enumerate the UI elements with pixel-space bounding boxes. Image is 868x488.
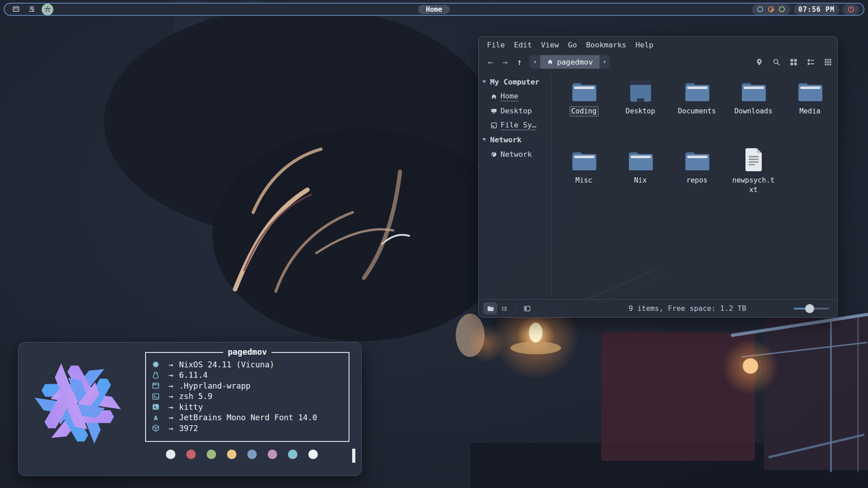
file-label[interactable]: Desktop xyxy=(624,106,657,117)
file-label[interactable]: Misc xyxy=(574,175,594,186)
tray-status-icon[interactable] xyxy=(778,5,786,13)
file-manager-window: FileEditViewGoBookmarksHelp ← → ↑ pagedm… xyxy=(478,36,838,318)
fastfetch-line: → .Hyprland-wrapp xyxy=(152,380,345,391)
arrow-glyph: → xyxy=(163,360,179,369)
sidebar-item-icon xyxy=(491,93,497,100)
file-label[interactable]: Coding xyxy=(570,106,599,117)
arrow-glyph: → xyxy=(163,403,179,412)
compact-view-icon[interactable] xyxy=(824,58,832,66)
file-icon[interactable] xyxy=(570,146,598,173)
palette-dot xyxy=(166,450,175,459)
expander-triangle-icon[interactable] xyxy=(482,138,486,141)
side-pane-icon xyxy=(524,305,531,312)
expander-triangle-icon[interactable] xyxy=(482,80,486,83)
file-icon[interactable] xyxy=(740,77,768,103)
menu-item[interactable]: Bookmarks xyxy=(586,41,626,49)
clock-pill: 07:56 PM xyxy=(794,4,839,15)
workspace-cluster xyxy=(10,4,53,15)
sidebar-item[interactable]: Network xyxy=(479,132,551,147)
terminal-window[interactable]: pagedmov → NixOS 24.11 (Vicuna) → 6.11.4… xyxy=(18,342,362,476)
back-button[interactable]: ← xyxy=(483,55,498,69)
tray-status-icon[interactable] xyxy=(756,5,764,13)
palette-dot xyxy=(288,450,297,459)
file-item[interactable]: Downloads xyxy=(726,77,781,146)
tray-status-icon[interactable] xyxy=(767,5,775,13)
location-pin-icon[interactable] xyxy=(755,58,763,66)
sidebar: My Computer Home Desktop File Sy… Ne xyxy=(479,75,551,299)
fm-content: My Computer Home Desktop File Sy… Ne xyxy=(479,72,837,299)
file-icon[interactable] xyxy=(796,77,824,103)
fastfetch-line: A → JetBrains Mono Nerd Font 14.0 xyxy=(152,413,345,423)
sidebar-item-label: Network xyxy=(500,150,532,159)
sidebar-item[interactable]: Desktop xyxy=(479,103,551,118)
workspace-indicator[interactable] xyxy=(42,4,53,15)
active-window-title: Home xyxy=(418,5,450,14)
up-button[interactable]: ↑ xyxy=(512,55,527,69)
svg-text:A: A xyxy=(154,414,158,422)
icon-view-icon[interactable] xyxy=(790,58,797,66)
sidebar-item-label: My Computer xyxy=(490,78,539,86)
palette-dot xyxy=(186,450,196,459)
file-label[interactable]: Media xyxy=(797,106,822,117)
fastfetch-line-value: kitty xyxy=(179,403,203,412)
sidebar-divider xyxy=(551,75,552,296)
zoom-slider-handle[interactable] xyxy=(805,304,814,313)
file-item[interactable]: repos xyxy=(670,146,724,216)
file-icon[interactable] xyxy=(627,146,655,173)
menu-item[interactable]: Edit xyxy=(514,41,532,49)
fastfetch-line-value: NixOS 24.11 (Vicuna) xyxy=(179,360,274,369)
breadcrumb-label: pagedmov xyxy=(557,58,593,66)
file-item[interactable]: Desktop xyxy=(613,77,668,146)
menu-item[interactable]: File xyxy=(487,41,505,49)
fastfetch-frame: pagedmov → NixOS 24.11 (Vicuna) → 6.11.4… xyxy=(145,352,349,442)
file-label[interactable]: repos xyxy=(684,175,709,186)
file-label[interactable]: newpsych.txt xyxy=(730,175,778,195)
list-view-icon[interactable] xyxy=(807,58,815,66)
file-item[interactable]: Misc xyxy=(557,146,611,216)
menu-item[interactable]: Go xyxy=(568,41,577,49)
fastfetch-line-icon xyxy=(152,403,163,411)
sidebar-item-label: File Sy… xyxy=(500,121,536,130)
path-scroll-right-icon[interactable] xyxy=(599,55,610,69)
file-item[interactable]: Documents xyxy=(670,77,724,146)
file-label[interactable]: Downloads xyxy=(733,106,774,117)
file-icon[interactable] xyxy=(743,146,764,173)
file-icon[interactable] xyxy=(683,77,711,103)
fastfetch-line-value: 6.11.4 xyxy=(179,371,208,380)
file-icon[interactable] xyxy=(628,77,653,103)
menu-item[interactable]: View xyxy=(541,41,559,49)
file-label[interactable]: Documents xyxy=(676,106,718,117)
file-item[interactable]: newpsych.txt xyxy=(726,146,781,216)
menu-item[interactable]: Help xyxy=(636,41,654,49)
power-button[interactable] xyxy=(843,4,859,15)
forward-button[interactable]: → xyxy=(498,55,512,69)
file-icon[interactable] xyxy=(683,146,711,173)
workspace-indicator[interactable] xyxy=(10,4,22,15)
path-scroll-left-icon[interactable] xyxy=(529,55,540,69)
arrow-glyph: → xyxy=(163,392,179,401)
search-icon[interactable] xyxy=(773,58,780,66)
sidebar-item[interactable]: File Sy… xyxy=(479,118,551,132)
sidebar-item[interactable]: Network xyxy=(479,147,551,161)
file-item[interactable]: Nix xyxy=(613,146,668,216)
sidebar-item[interactable]: My Computer xyxy=(479,75,551,89)
file-icon[interactable] xyxy=(570,77,598,103)
zoom-slider[interactable] xyxy=(794,303,829,314)
show-places-button[interactable] xyxy=(483,302,497,314)
power-icon xyxy=(847,5,855,13)
fastfetch-line-value: .Hyprland-wrapp xyxy=(179,381,250,390)
sidebar-item-label: Home xyxy=(500,92,519,101)
file-item[interactable]: Coding xyxy=(557,77,611,146)
terminal-scrollbar-thumb[interactable] xyxy=(352,449,355,463)
breadcrumb[interactable]: pagedmov xyxy=(540,55,599,69)
tray-status-pill[interactable] xyxy=(752,4,790,15)
toggle-panel-button[interactable] xyxy=(520,302,534,314)
sidebar-item[interactable]: Home xyxy=(479,89,551,103)
toolbar: ← → ↑ pagedmov xyxy=(483,54,832,70)
palette-dot xyxy=(227,450,236,459)
workspace-indicator[interactable] xyxy=(26,4,38,15)
show-tree-button[interactable] xyxy=(497,302,511,314)
file-label[interactable]: Nix xyxy=(632,175,649,186)
file-item[interactable]: Media xyxy=(783,77,837,146)
zoom-slider-track[interactable] xyxy=(794,308,829,310)
